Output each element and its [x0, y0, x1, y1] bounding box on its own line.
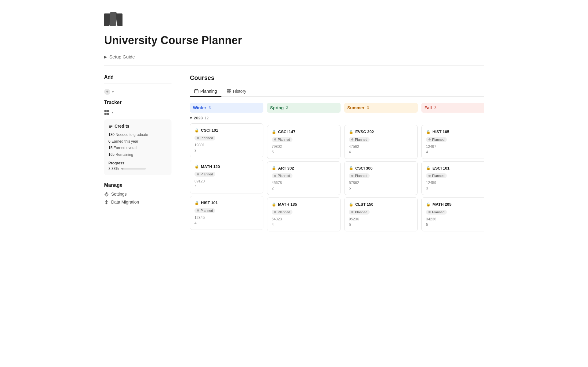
column-header-spring: Spring 3 [267, 103, 341, 113]
lock-icon: 🔒 [194, 201, 199, 205]
year-spacer [421, 116, 484, 125]
svg-rect-14 [227, 92, 229, 93]
svg-rect-8 [109, 126, 112, 127]
table-row[interactable]: 🔒 CSCI 147 Planned 79802 5 [267, 125, 341, 159]
table-row[interactable]: 🔒 CSCI 101 Planned 19801 3 [190, 123, 263, 157]
lock-icon: 🔒 [272, 166, 276, 170]
manage-section-title: Manage [104, 182, 172, 188]
sidebar-divider [104, 84, 172, 84]
status-badge: Planned [272, 137, 292, 142]
column-header-fall: Fall 3 [421, 103, 484, 113]
svg-point-10 [106, 193, 107, 195]
settings-item[interactable]: Settings [104, 192, 172, 197]
chevron-down-icon: ▾ [111, 110, 113, 114]
add-button[interactable]: + ▾ [104, 89, 114, 95]
table-row[interactable]: 🔒 HIST 165 Planned 12497 4 [421, 125, 484, 159]
status-badge: Planned [272, 173, 292, 178]
course-id: 57862 [349, 181, 413, 185]
course-credits: 3 [194, 148, 259, 153]
course-credits: 5 [349, 186, 413, 190]
course-credits: 5 [426, 223, 484, 227]
svg-rect-7 [109, 125, 112, 125]
tab-planning[interactable]: Planning [190, 86, 221, 97]
svg-rect-1 [109, 12, 117, 26]
lock-icon: 🔒 [272, 202, 276, 207]
table-row[interactable]: 🔒 MATH 135 Planned 54323 4 [267, 197, 341, 231]
svg-rect-2 [116, 13, 123, 26]
status-badge: Planned [272, 210, 292, 215]
status-badge: Planned [194, 136, 215, 140]
chevron-down-icon: ▾ [190, 116, 192, 120]
data-migration-item[interactable]: Data Migration [104, 200, 172, 204]
divider [104, 66, 484, 66]
course-id: 95236 [349, 217, 413, 221]
tabs: Planning History [190, 86, 484, 97]
grid-icon [227, 89, 231, 93]
tab-history[interactable]: History [223, 86, 251, 97]
course-id: 12459 [426, 181, 484, 185]
lock-icon: 🔒 [426, 202, 431, 207]
course-id: 89123 [194, 179, 259, 183]
course-id: 19801 [194, 143, 259, 147]
status-badge: Planned [194, 172, 215, 177]
column-header-summer: Summer 3 [344, 103, 418, 113]
status-badge: Planned [349, 173, 370, 178]
table-row[interactable]: 🔒 ART 302 Planned 45678 2 [267, 161, 341, 195]
courses-title: Courses [190, 74, 484, 81]
progress-bar-fill [121, 168, 123, 170]
year-spacer [344, 116, 418, 125]
tracker-section-title: Tracker [104, 100, 172, 105]
credits-header: Credits [108, 124, 167, 129]
year-toggle[interactable]: ▾ 2023 12 [190, 116, 263, 120]
columns-wrapper: Winter 3 ▾ 2023 12 🔒 CSCI 101 [190, 103, 484, 234]
column-winter: Winter 3 ▾ 2023 12 🔒 CSCI 101 [190, 103, 263, 234]
svg-rect-3 [104, 110, 107, 112]
course-credits: 5 [272, 150, 336, 154]
main-content: Courses Planning [190, 74, 484, 234]
page-title: University Course Planner [104, 34, 484, 47]
svg-rect-12 [227, 89, 229, 91]
calendar-icon [194, 89, 198, 93]
course-credits: 3 [426, 186, 484, 190]
course-credits: 5 [349, 223, 413, 227]
table-row[interactable]: 🔒 HIST 101 Planned 12345 4 [190, 196, 263, 230]
course-credits: 2 [272, 186, 336, 190]
setup-guide[interactable]: ▶ Setup Guide [104, 54, 484, 59]
chevron-down-icon: ▾ [112, 90, 114, 94]
course-id: 79802 [272, 144, 336, 149]
table-row[interactable]: 🔒 MATH 120 Planned 89123 4 [190, 160, 263, 194]
svg-rect-11 [194, 90, 198, 93]
lock-icon: 🔒 [194, 128, 199, 133]
course-id: 45678 [272, 181, 336, 185]
svg-rect-4 [107, 110, 109, 112]
table-row[interactable]: 🔒 ESCI 101 Planned 12459 3 [421, 161, 484, 195]
table-row[interactable]: 🔒 CLST 150 Planned 95236 5 [344, 197, 418, 231]
table-row[interactable]: 🔒 EVSC 302 Planned 47562 4 [344, 125, 418, 159]
sidebar: Add + ▾ Tracker ▾ [104, 74, 172, 234]
progress-label: Progress: [108, 161, 167, 165]
status-badge: Planned [426, 137, 447, 142]
svg-rect-5 [104, 113, 107, 115]
svg-rect-9 [109, 127, 111, 128]
add-section-title: Add [104, 74, 172, 80]
lock-icon: 🔒 [272, 130, 276, 134]
status-badge: Planned [349, 137, 370, 142]
course-credits: 4 [426, 150, 484, 154]
table-row[interactable]: 🔒 CSCI 306 Planned 57862 5 [344, 161, 418, 195]
svg-rect-6 [107, 113, 109, 115]
gear-icon [104, 192, 109, 197]
course-id: 34236 [426, 217, 484, 221]
status-badge: Planned [426, 173, 447, 178]
lock-icon: 🔒 [349, 202, 353, 207]
column-summer: Summer 3 🔒 EVSC 302 Planned 47562 [344, 103, 418, 234]
status-badge: Planned [426, 210, 447, 215]
lock-icon: 🔒 [349, 130, 353, 134]
lock-icon: 🔒 [426, 166, 431, 170]
table-row[interactable]: 🔒 MATH 205 Planned 34236 5 [421, 197, 484, 231]
data-migration-icon [104, 200, 109, 204]
course-id: 54323 [272, 217, 336, 221]
app-logo [104, 12, 484, 34]
view-toggle[interactable]: ▾ [104, 110, 172, 115]
status-badge: Planned [194, 208, 215, 213]
grid-view-icon [104, 110, 110, 115]
